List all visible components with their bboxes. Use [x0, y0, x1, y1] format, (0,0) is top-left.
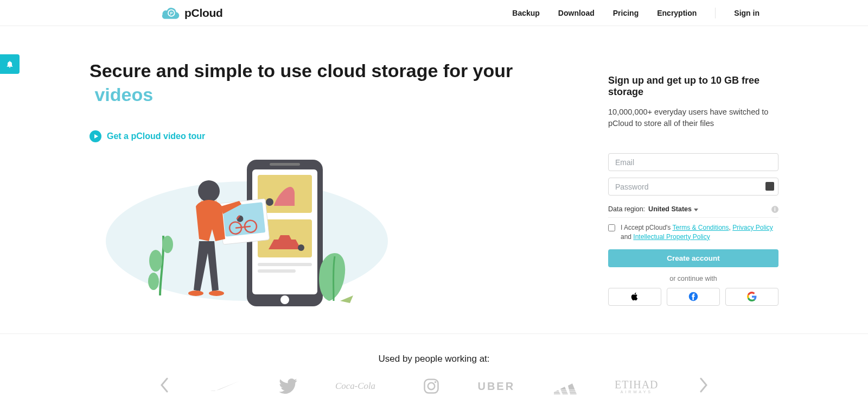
data-region-select[interactable]: United States [648, 205, 698, 213]
bell-icon [5, 60, 14, 68]
svg-rect-27 [425, 380, 438, 393]
svg-text:Coca-Cola: Coca-Cola [335, 381, 375, 392]
video-tour-label: Get a pCloud video tour [107, 131, 205, 141]
brand-uber: UBER [477, 380, 515, 393]
svg-point-7 [280, 295, 289, 304]
terms-link[interactable]: Terms & Conditions [672, 224, 729, 231]
chevron-down-icon [694, 209, 698, 211]
create-account-button[interactable]: Create account [608, 249, 778, 267]
apple-icon [630, 292, 640, 301]
hero-illustration [95, 154, 393, 312]
signup-subtitle: 10,000,000+ everyday users have switched… [608, 106, 778, 129]
password-field[interactable] [608, 178, 778, 196]
header: P pCloud Backup Download Pricing Encrypt… [0, 0, 868, 26]
nav-pricing[interactable]: Pricing [613, 9, 639, 17]
brand-cocacola: Coca-Cola [335, 378, 385, 394]
info-icon[interactable]: i [771, 206, 778, 213]
svg-point-11 [298, 244, 304, 251]
or-continue-label: or continue with [608, 275, 778, 282]
cloud-icon: P [161, 6, 180, 20]
accept-terms-checkbox[interactable] [608, 224, 615, 231]
nav-signin[interactable]: Sign in [734, 9, 760, 17]
svg-point-20 [188, 291, 203, 296]
svg-point-9 [266, 198, 273, 206]
password-manager-icon[interactable] [765, 182, 774, 191]
signup-column: Sign up and get up to 10 GB free storage… [608, 59, 778, 312]
nav-encryption[interactable]: Encryption [657, 9, 697, 17]
chevron-left-icon [159, 377, 169, 393]
data-region-row: Data region: United States i [608, 202, 778, 218]
privacy-link[interactable]: Privacy Policy [732, 224, 773, 231]
email-field[interactable] [608, 153, 778, 171]
brand-etihad: ETIHAD AIRWAYS [615, 379, 658, 394]
svg-point-29 [435, 381, 437, 383]
logo[interactable]: P pCloud [161, 6, 223, 20]
nav: Backup Download Pricing Encryption Sign … [512, 8, 760, 18]
carousel-next[interactable] [697, 377, 711, 395]
svg-point-24 [148, 273, 159, 290]
svg-point-21 [209, 291, 224, 296]
accept-terms-row: I Accept pCloud's Terms & Conditions, Pr… [608, 223, 778, 242]
headline-accent: videos [90, 84, 153, 105]
chevron-right-icon [699, 377, 709, 393]
signup-title: Sign up and get up to 10 GB free storage [608, 75, 778, 98]
brand-nike [209, 380, 241, 393]
facebook-icon [688, 292, 698, 301]
brand-text: pCloud [184, 7, 223, 20]
carousel-prev[interactable] [157, 377, 171, 395]
ip-policy-link[interactable]: Intellectual Property Policy [633, 233, 710, 241]
brands-section: Used by people working at: Coca-Cola UBE… [0, 333, 868, 403]
google-icon [747, 292, 757, 301]
brand-instagram [423, 378, 439, 394]
svg-rect-13 [258, 269, 296, 273]
headline: Secure and simple to use cloud storage f… [90, 59, 565, 106]
hero-column: Secure and simple to use cloud storage f… [90, 59, 565, 312]
headline-main: Secure and simple to use cloud storage f… [90, 60, 513, 81]
nav-download[interactable]: Download [558, 9, 595, 17]
oauth-facebook-button[interactable] [667, 288, 720, 306]
oauth-row [608, 288, 778, 306]
brand-twitter [279, 379, 297, 394]
accept-terms-text: I Accept pCloud's Terms & Conditions, Pr… [621, 223, 778, 242]
svg-point-19 [198, 180, 220, 202]
svg-text:P: P [170, 11, 173, 16]
main: Secure and simple to use cloud storage f… [90, 26, 778, 333]
brand-adidas [553, 378, 577, 394]
oauth-google-button[interactable] [725, 288, 778, 306]
nav-backup[interactable]: Backup [512, 9, 540, 17]
data-region-label: Data region: [608, 205, 645, 213]
svg-point-28 [428, 383, 435, 390]
svg-point-22 [149, 250, 162, 272]
brands-title: Used by people working at: [0, 354, 868, 364]
svg-rect-6 [270, 163, 300, 166]
svg-rect-12 [258, 263, 312, 266]
brands-carousel: Coca-Cola UBER ETIHAD AIRWAYS [90, 377, 778, 395]
svg-point-23 [162, 236, 173, 253]
video-tour-link[interactable]: Get a pCloud video tour [90, 130, 565, 142]
oauth-apple-button[interactable] [608, 288, 661, 306]
play-icon [90, 130, 101, 142]
notification-tab[interactable] [0, 54, 20, 74]
nav-divider [715, 8, 716, 18]
